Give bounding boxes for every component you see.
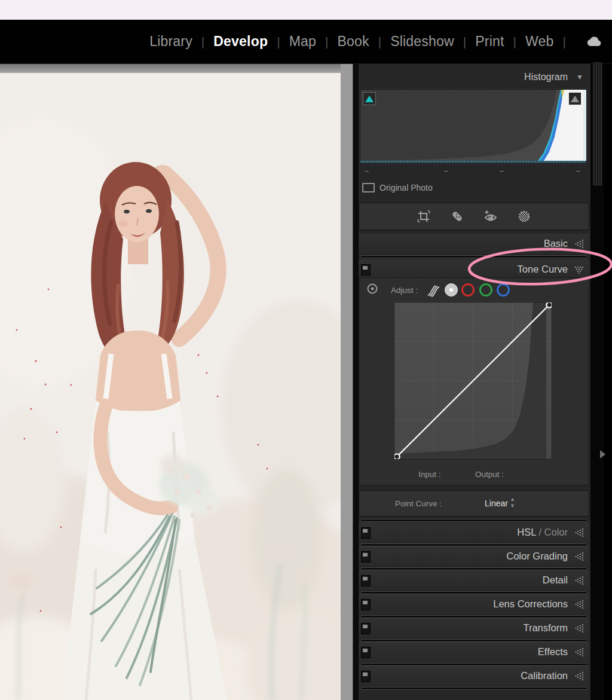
point-curve-bar: Point Curve : Linear ▲▼	[359, 490, 589, 516]
right-edge	[604, 64, 612, 700]
parametric-curve-channel-icon[interactable]	[426, 283, 439, 296]
nav-library[interactable]: Library	[149, 33, 192, 50]
nav-print[interactable]: Print	[475, 33, 504, 50]
filmstrip-gutter	[341, 64, 353, 700]
tone-curve-adjust-row: Adjust :	[359, 280, 589, 300]
red-channel-icon[interactable]	[461, 283, 475, 296]
panel-gap	[353, 64, 359, 700]
nav-separator: |	[378, 35, 381, 49]
photo-frame-icon	[362, 183, 375, 192]
panel-header-basic[interactable]: Basic	[359, 234, 589, 253]
panel-header-detail[interactable]: Detail	[359, 570, 589, 590]
chevron-left-dotted-icon[interactable]	[574, 671, 585, 681]
nav-slideshow[interactable]: Slideshow	[390, 33, 454, 50]
targeted-adjustment-icon[interactable]	[366, 282, 379, 298]
input-label: Input :	[418, 470, 441, 479]
photo-canvas[interactable]	[0, 73, 341, 700]
shadow-clipping-indicator[interactable]	[363, 92, 376, 105]
panel-show-arrow-icon[interactable]	[600, 450, 605, 458]
tone-curve-enable-toggle[interactable]	[361, 264, 371, 276]
calibration-label: Calibration	[521, 670, 568, 681]
tone-curve-label: Tone Curve	[518, 264, 568, 275]
exif-shutter-placeholder: –	[576, 168, 580, 174]
nav-map[interactable]: Map	[289, 33, 316, 50]
exif-aperture-placeholder: –	[500, 168, 504, 174]
output-label: Output :	[475, 470, 504, 479]
calibration-enable-toggle[interactable]	[361, 671, 371, 682]
photo-image	[0, 73, 341, 700]
module-picker: Library | Develop | Map | Book | Slidesh…	[0, 20, 612, 64]
red-eye-icon[interactable]	[483, 209, 498, 224]
histogram-header[interactable]: Histogram ▼	[359, 68, 589, 87]
healing-brush-icon[interactable]	[449, 209, 465, 224]
content-top-band	[0, 64, 353, 74]
nav-separator: |	[463, 35, 466, 49]
effects-label: Effects	[538, 646, 568, 658]
color-grading-enable-toggle[interactable]	[361, 551, 371, 563]
green-channel-icon[interactable]	[479, 283, 492, 296]
blue-channel-icon[interactable]	[497, 283, 510, 296]
panel-header-calibration[interactable]: Calibration	[359, 666, 589, 686]
detail-label: Detail	[543, 574, 568, 586]
nav-separator: |	[563, 35, 566, 49]
point-curve-select[interactable]: Linear	[485, 499, 508, 508]
panel-header-color-grading[interactable]: Color Grading	[359, 546, 589, 566]
exif-iso-placeholder: –	[365, 168, 369, 174]
nav-develop[interactable]: Develop	[213, 33, 268, 50]
cloud-sync-icon[interactable]	[586, 36, 604, 48]
panel-header-lens-corrections[interactable]: Lens Corrections	[359, 594, 589, 614]
histogram-title: Histogram	[524, 72, 568, 82]
tone-curve-graph[interactable]	[394, 302, 552, 460]
histogram-graph[interactable]	[360, 89, 587, 164]
chevron-left-dotted-icon[interactable]	[574, 647, 585, 657]
original-photo-row[interactable]: Original Photo	[362, 182, 433, 194]
nav-separator: |	[325, 35, 328, 49]
basic-label: Basic	[544, 238, 568, 249]
chevron-left-dotted-icon[interactable]	[574, 552, 585, 561]
transform-label: Transform	[523, 622, 568, 634]
hsl-enable-toggle[interactable]	[361, 527, 371, 539]
page-top-strip	[0, 0, 612, 20]
nav-book[interactable]: Book	[337, 33, 369, 50]
section-divider	[359, 518, 589, 522]
panel-header-effects[interactable]: Effects	[359, 642, 589, 662]
hsl-color-label: HSL / Color	[517, 527, 568, 538]
adjust-label: Adjust :	[391, 286, 418, 295]
chevron-left-dotted-icon[interactable]	[574, 623, 585, 633]
transform-enable-toggle[interactable]	[361, 623, 371, 634]
point-curve-stepper-icon[interactable]: ▲▼	[510, 496, 515, 509]
chevron-left-dotted-icon[interactable]	[574, 600, 585, 609]
original-photo-label: Original Photo	[380, 183, 433, 192]
chevron-left-dotted-icon[interactable]	[574, 528, 585, 537]
detail-enable-toggle[interactable]	[361, 575, 371, 586]
effects-enable-toggle[interactable]	[361, 647, 371, 658]
lightroom-window: Library | Develop | Map | Book | Slidesh…	[0, 0, 612, 700]
panel-header-transform[interactable]: Transform	[359, 618, 589, 638]
histogram-collapse-icon[interactable]: ▼	[576, 73, 583, 81]
shadow-clipping-triangle-icon	[365, 96, 374, 102]
panel-header-tone-curve[interactable]: Tone Curve	[359, 259, 589, 279]
toolstrip	[359, 203, 589, 230]
curve-io-row: Input : Output :	[359, 470, 589, 481]
masking-icon[interactable]	[516, 209, 532, 224]
highlight-clipping-triangle-icon	[571, 96, 579, 102]
nav-separator: |	[201, 35, 204, 49]
exif-lens-placeholder: –	[444, 168, 448, 174]
chevron-left-dotted-icon[interactable]	[574, 239, 585, 249]
panel-scrollbar-thumb[interactable]	[592, 62, 603, 187]
nav-web[interactable]: Web	[525, 33, 553, 50]
color-grading-label: Color Grading	[506, 551, 568, 562]
lens-corrections-label: Lens Corrections	[493, 598, 568, 610]
section-divider	[359, 686, 589, 690]
lens-corrections-enable-toggle[interactable]	[361, 599, 371, 610]
highlight-clipping-indicator[interactable]	[568, 92, 582, 105]
crop-overlay-icon[interactable]	[416, 209, 432, 224]
point-curve-label: Point Curve :	[395, 499, 442, 508]
chevron-down-dotted-icon[interactable]	[574, 266, 585, 274]
section-divider	[359, 254, 589, 259]
nav-separator: |	[277, 35, 280, 49]
exif-info-row: – – – –	[360, 168, 586, 174]
chevron-left-dotted-icon[interactable]	[574, 576, 585, 585]
panel-header-hsl-color[interactable]: HSL / Color	[359, 522, 589, 542]
point-curve-channel-icon[interactable]	[445, 283, 458, 296]
